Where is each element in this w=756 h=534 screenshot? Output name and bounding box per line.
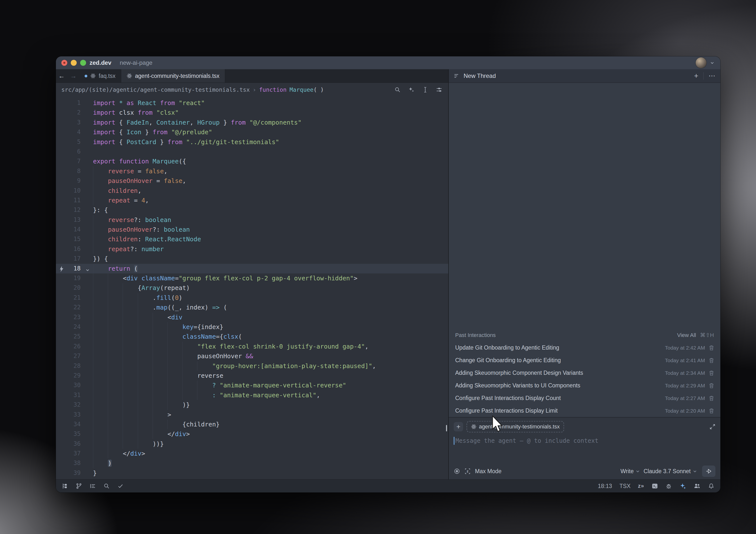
assistant-sparkle-icon[interactable]	[679, 483, 686, 490]
code-line[interactable]: 20{Array(repeat)	[56, 283, 448, 293]
close-window-button[interactable]	[61, 60, 67, 66]
code-line[interactable]: 14pauseOnHover?: boolean	[56, 225, 448, 234]
minimize-window-button[interactable]	[71, 60, 77, 66]
past-interaction-item[interactable]: Configure Past Interactions Display Limi…	[449, 404, 720, 417]
trash-icon[interactable]	[709, 395, 714, 401]
code-line[interactable]: 5import { PostCard } from "../git/git-te…	[56, 137, 448, 147]
code-line[interactable]: 37</div>	[56, 449, 448, 458]
code-line[interactable]: 17}) {	[56, 254, 448, 264]
code-line[interactable]: 11repeat = 4,	[56, 195, 448, 205]
code-line[interactable]: 13reverse?: boolean	[56, 215, 448, 225]
nav-forward-button[interactable]: →	[70, 72, 77, 80]
diagnostics-check-icon[interactable]	[117, 483, 124, 489]
code-line[interactable]: 3import { FadeIn, Container, HGroup } fr…	[56, 118, 448, 127]
code-line[interactable]: 32)}	[56, 400, 448, 410]
code-line[interactable]: 6	[56, 147, 448, 157]
code-line[interactable]: 24key={index}	[56, 322, 448, 332]
code-line[interactable]: 19<div className="group flex flex-col p-…	[56, 273, 448, 283]
code-line[interactable]: 1import * as React from "react"	[56, 98, 448, 108]
edit-prediction-icon[interactable]: z»	[638, 483, 644, 489]
code-line[interactable]: 31: "animate-marquee-vertical",	[56, 390, 448, 400]
message-composer[interactable]: + agent-community-testimonials.tsx Messa…	[449, 417, 720, 479]
thread-menu-icon[interactable]	[454, 73, 460, 79]
terminal-icon[interactable]	[652, 483, 658, 489]
new-thread-button[interactable]: +	[694, 72, 698, 80]
code-line[interactable]: 9pauseOnHover = false,	[56, 176, 448, 186]
context-chip[interactable]: agent-community-testimonials.tsx	[467, 421, 564, 432]
tab-faq[interactable]: faq.tsx	[79, 69, 121, 83]
debug-bug-icon[interactable]	[665, 483, 672, 489]
code-line[interactable]: 8reverse = false,	[56, 166, 448, 176]
tab-agent-community-testimonials[interactable]: agent-community-testimonials.tsx	[121, 69, 225, 83]
code-line[interactable]: 10children,	[56, 186, 448, 195]
add-context-button[interactable]: +	[454, 422, 463, 431]
code-line[interactable]: 2import clsx from "clsx"	[56, 108, 448, 117]
code-line[interactable]: 36))}	[56, 439, 448, 449]
message-input[interactable]: Message the agent – @ to include context	[454, 437, 716, 445]
scrollbar-marker[interactable]	[446, 425, 447, 431]
trash-icon[interactable]	[709, 370, 714, 376]
code-line[interactable]: 27pauseOnHover &&	[56, 351, 448, 361]
code-line[interactable]: 34{children}	[56, 420, 448, 429]
past-interaction-item[interactable]: Adding Skeuomorphic Component Design Var…	[449, 367, 720, 379]
burn-mode-icon[interactable]	[454, 468, 460, 474]
code-line[interactable]: 23<div	[56, 313, 448, 322]
breadcrumb-symbol-name[interactable]: Marquee	[289, 87, 313, 93]
max-mode-label[interactable]: Max Mode	[475, 468, 501, 475]
code-line[interactable]: 29reverse	[56, 371, 448, 380]
project-name[interactable]: new-ai-page	[120, 59, 152, 66]
code-line[interactable]: 4import { Icon } from "@/prelude"	[56, 127, 448, 137]
code-line[interactable]: 26"flex flex-col shrink-0 justify-around…	[56, 342, 448, 351]
cursor-position[interactable]: 18:13	[598, 483, 612, 490]
breadcrumb-path[interactable]: src/app/(site)/agentic/agent-community-t…	[61, 87, 250, 93]
past-interaction-item[interactable]: Update Git Onboarding to Agentic Editing…	[449, 342, 720, 354]
trash-icon[interactable]	[709, 408, 714, 414]
code-line[interactable]: 12}: {	[56, 205, 448, 215]
git-branch-icon[interactable]	[76, 483, 82, 489]
search-icon[interactable]	[394, 87, 401, 93]
past-interaction-item[interactable]: Configure Past Interactions Display Coun…	[449, 392, 720, 404]
code-line[interactable]: 28"group-hover:[animation-play-state:pau…	[56, 361, 448, 371]
code-line[interactable]: 39}	[56, 468, 448, 478]
trash-icon[interactable]	[709, 358, 714, 363]
code-line[interactable]: 30? "animate-marquee-vertical-reverse"	[56, 380, 448, 390]
breadcrumb-symbol-keyword[interactable]: function	[259, 87, 286, 93]
code-line[interactable]: 25className={clsx(	[56, 332, 448, 342]
send-button[interactable]	[702, 466, 716, 477]
user-avatar[interactable]	[696, 57, 707, 68]
text-cursor-icon[interactable]	[422, 87, 428, 93]
code-line[interactable]: 38)	[56, 458, 448, 468]
code-line[interactable]: 33>	[56, 410, 448, 420]
titlebar[interactable]: zed.dev new-ai-page	[56, 56, 720, 69]
past-interaction-item[interactable]: Change Git Onboarding to Agentic Editing…	[449, 354, 720, 367]
code-line[interactable]: 16repeat?: number	[56, 244, 448, 254]
model-dropdown[interactable]: Claude 3.7 Sonnet	[643, 468, 697, 475]
code-line[interactable]: 18return (	[56, 264, 448, 273]
filter-sliders-icon[interactable]	[436, 87, 442, 93]
code-line[interactable]: 7export function Marquee({	[56, 157, 448, 166]
notification-bell-icon[interactable]	[708, 483, 715, 489]
outline-icon[interactable]	[90, 483, 96, 489]
collab-people-icon[interactable]	[694, 483, 701, 490]
mode-dropdown[interactable]: Write	[620, 468, 640, 475]
project-panel-icon[interactable]	[62, 483, 68, 489]
language-selector[interactable]: TSX	[619, 483, 631, 490]
search-icon[interactable]	[103, 483, 110, 489]
view-all-button[interactable]: View All	[677, 332, 696, 339]
zed-max-mode-icon[interactable]: z	[464, 468, 471, 475]
zoom-window-button[interactable]	[80, 60, 86, 66]
trash-icon[interactable]	[709, 383, 714, 388]
code-line[interactable]: 21.fill(0)	[56, 293, 448, 303]
code-editor[interactable]: 1import * as React from "react"2import c…	[56, 97, 448, 479]
ai-sparkles-icon[interactable]	[408, 87, 415, 93]
trash-icon[interactable]	[709, 345, 714, 350]
code-line[interactable]: 15children: React.ReactNode	[56, 234, 448, 244]
nav-back-button[interactable]: ←	[58, 72, 65, 80]
past-interaction-item[interactable]: Adding Skeuomorphic Variants to UI Compo…	[449, 379, 720, 392]
more-options-button[interactable]: ⋯	[709, 72, 716, 79]
expand-composer-icon[interactable]	[710, 424, 716, 430]
breadcrumb[interactable]: src/app/(site)/agentic/agent-community-t…	[56, 83, 448, 97]
code-line[interactable]: 22.map((_, index) => (	[56, 303, 448, 312]
chevron-down-icon[interactable]	[710, 60, 715, 65]
code-line[interactable]: 35</div>	[56, 429, 448, 439]
